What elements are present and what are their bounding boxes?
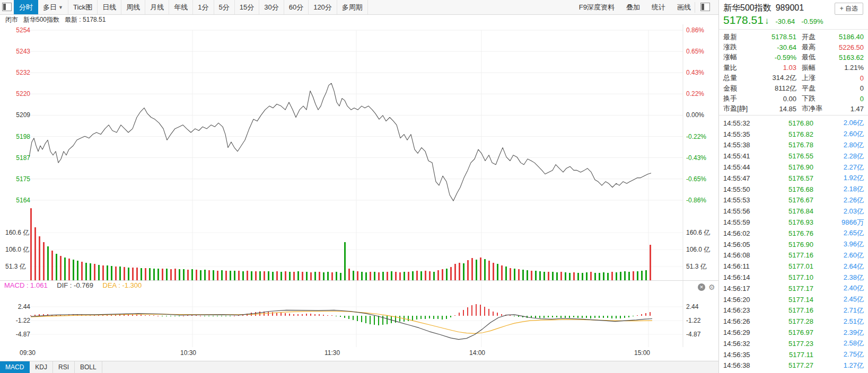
stat-value: 14.85 [756,105,796,113]
indicator-settings-gear-icon[interactable]: ⚙ [708,283,715,291]
dif-value-label: DIF : -0.769 [57,281,93,289]
tab-weekly[interactable]: 周线 [121,0,145,14]
draw-line-button[interactable]: 画线 [677,3,691,12]
chart-canvas [0,24,718,348]
stat-value: 5226.50 [831,43,864,51]
tick-time: 14:55:53 [723,196,761,204]
f9-depth-button[interactable]: F9深度资料 [579,3,615,12]
quote-panel: 新华500指数989001 + 自选 5178.51 ↓ -30.64 -0.5… [718,0,868,373]
tick-price: 5176.90 [761,163,813,171]
tick-price: 5176.84 [761,207,813,215]
tick-amount: 2.58亿 [813,339,864,348]
close-indicator-icon[interactable]: ✕ [698,283,705,291]
stat-value: 0 [831,84,864,92]
tick-row: 14:55:505176.682.18亿 [723,184,864,195]
tick-time: 14:55:50 [723,185,761,193]
tab-intraday[interactable]: 分时 [14,0,38,14]
tick-time: 14:56:11 [723,262,761,270]
statistics-button[interactable]: 统计 [652,3,665,12]
tick-row: 14:55:355176.822.60亿 [723,129,864,140]
tick-price: 5177.11 [761,351,813,359]
tick-time: 14:56:02 [723,229,761,237]
stat-label: 平盘 [802,84,831,93]
index-name: 新华500指数989001 [723,3,804,14]
tick-time: 14:56:14 [723,273,761,281]
tick-price: 5177.10 [761,273,813,281]
stat-value: 8112亿 [756,84,796,93]
toolbar-separator [695,2,695,13]
stats-row: 量比1.03振幅1.21% [723,63,864,73]
tick-price: 5176.90 [761,241,813,248]
tab-120min[interactable]: 120分 [309,0,337,14]
tick-price: 5176.78 [761,141,813,149]
tick-row: 14:55:475176.571.92亿 [723,173,864,184]
stat-label: 市净率 [802,104,831,113]
tab-yearly[interactable]: 年线 [169,0,193,14]
intraday-chart[interactable]: MACD : 1.061 DIF : -0.769 DEA : -1.300 ✕… [0,24,718,348]
stat-value: 1.47 [831,105,864,113]
tick-amount: 2.03亿 [813,207,864,216]
tick-time: 14:56:26 [723,317,761,325]
tick-amount: 3.96亿 [813,239,864,249]
overlay-button[interactable]: 叠加 [626,3,640,12]
tab-1min[interactable]: 1分 [193,0,214,14]
dropdown-caret-icon: ▼ [58,5,63,10]
tab-60min[interactable]: 60分 [284,0,309,14]
toolbar: 分时多日▼Tick图日线周线月线年线1分5分15分30分60分120分多周期 F… [0,0,718,15]
tick-time: 14:56:08 [723,251,761,259]
tick-row: 14:56:385177.271.27亿 [723,360,864,371]
stat-label: 最低 [802,52,831,62]
tab-multiperiod[interactable]: 多周期 [337,0,368,14]
tab-15min[interactable]: 15分 [235,0,259,14]
price-change: -30.64 [775,17,795,25]
tick-price: 5177.28 [761,317,813,325]
stat-value: 5163.62 [831,54,864,61]
down-arrow-icon: ↓ [765,16,769,26]
tick-time: 14:55:41 [723,152,761,160]
tick-row: 14:56:115177.012.64亿 [723,261,864,272]
tab-boll[interactable]: BOLL [75,361,102,373]
tick-price: 5176.93 [761,218,813,226]
panel-toggle-right-icon[interactable] [700,3,710,11]
tab-5min[interactable]: 5分 [214,0,235,14]
tab-monthly[interactable]: 月线 [145,0,169,14]
tick-amount: 2.71亿 [813,306,864,315]
tab-kdj[interactable]: KDJ [30,361,53,373]
tick-time: 14:56:32 [723,340,761,348]
macd-indicator-header: MACD : 1.061 DIF : -0.769 DEA : -1.300 [4,281,142,289]
add-watchlist-button[interactable]: + 自选 [835,3,863,15]
stat-label: 开盘 [802,32,831,42]
tick-price: 5176.82 [761,130,813,138]
tab-30min[interactable]: 30分 [259,0,284,14]
stat-label: 换手 [723,94,756,103]
tab-rsi[interactable]: RSI [53,361,75,373]
stat-value: -30.64 [756,43,796,51]
tick-price: 5176.76 [761,229,813,237]
tick-amount: 2.80亿 [813,140,864,150]
quote-header: 新华500指数989001 + 自选 5178.51 ↓ -30.64 -0.5… [719,0,868,30]
price-row: 5178.51 ↓ -30.64 -0.59% [723,14,823,26]
tab-tick[interactable]: Tick图 [68,0,98,14]
stat-label: 总量 [723,73,756,83]
tick-row: 14:56:265177.282.51亿 [723,316,864,327]
tick-row: 14:55:325176.802.06亿 [723,118,864,129]
tick-time: 14:56:20 [723,296,761,304]
tab-daily[interactable]: 日线 [98,0,121,14]
tick-price: 5177.27 [761,361,813,369]
tab-multiday[interactable]: 多日▼ [38,0,68,14]
tick-amount: 2.18亿 [813,184,864,194]
time-label: 11:30 [325,349,340,357]
tick-row: 14:56:175177.172.40亿 [723,283,864,294]
macd-value-label: MACD : 1.061 [4,281,48,289]
index-name-text: 新华500指数 [723,3,771,12]
tick-price: 5177.01 [761,262,813,270]
panel-toggle-left-icon[interactable] [2,3,12,11]
tick-amount: 2.51亿 [813,317,864,326]
tick-price: 5176.55 [761,152,813,160]
tick-time: 14:56:38 [723,361,761,369]
tick-amount: 2.65亿 [813,228,864,238]
tick-row: 14:56:235177.162.71亿 [723,305,864,316]
tick-list[interactable]: 14:55:325176.802.06亿14:55:355176.822.60亿… [719,115,868,373]
tick-amount: 2.38亿 [813,273,864,282]
tab-macd[interactable]: MACD [0,361,30,373]
